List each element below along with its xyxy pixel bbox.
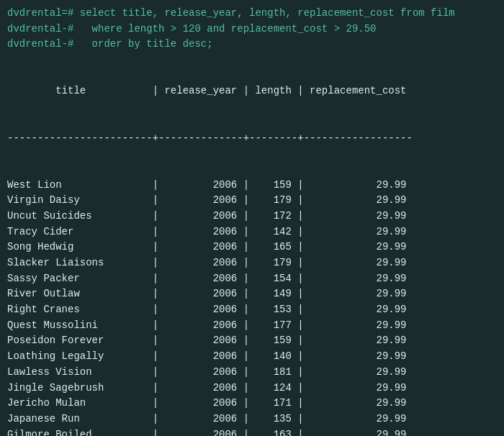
table-row: Right Cranes | 2006 | 153 | 29.99 [7,302,497,318]
table-row: Song Hedwig | 2006 | 165 | 29.99 [7,240,497,255]
table-divider: ------------------------+--------------+… [7,131,497,147]
table-rows: West Lion | 2006 | 159 | 29.99Virgin Dai… [7,178,497,436]
table-row: Jingle Sagebrush | 2006 | 124 | 29.99 [7,381,497,396]
table-row: River Outlaw | 2006 | 149 | 29.99 [7,286,497,302]
table-row: Poseidon Forever | 2006 | 159 | 29.99 [7,333,497,349]
table-row: Gilmore Boiled | 2006 | 163 | 29.99 [7,427,497,436]
table-row: West Lion | 2006 | 159 | 29.99 [7,178,497,194]
table-row: Quest Mussolini | 2006 | 177 | 29.99 [7,318,497,334]
table-row: Japanese Run | 2006 | 135 | 29.99 [7,412,497,427]
prompt-line-3: dvdrental-# order by title desc; [7,37,497,53]
table-row: Lawless Vision | 2006 | 181 | 29.99 [7,365,497,381]
terminal: dvdrental=# select title, release_year, … [7,6,497,436]
table-output: title | release_year | length | replacem… [7,53,497,436]
table-row: Tracy Cider | 2006 | 142 | 29.99 [7,224,497,240]
prompt-indicator-3: dvdrental-# order by title desc; [7,38,213,50]
table-row: Uncut Suicides | 2006 | 172 | 29.99 [7,209,497,224]
prompt-indicator-1: dvdrental=# select title, release_year, … [7,7,455,19]
table-row: Sassy Packer | 2006 | 154 | 29.99 [7,271,497,287]
table-row: Loathing Legally | 2006 | 140 | 29.99 [7,349,497,365]
table-row: Slacker Liaisons | 2006 | 179 | 29.99 [7,255,497,271]
prompt-line-2: dvdrental-# where length > 120 and repla… [7,22,497,37]
table-row: Jericho Mulan | 2006 | 171 | 29.99 [7,396,497,412]
prompt-line-1: dvdrental=# select title, release_year, … [7,6,497,22]
prompt-indicator-2: dvdrental-# where length > 120 and repla… [7,23,376,35]
table-header: title | release_year | length | replacem… [7,83,497,99]
table-row: Virgin Daisy | 2006 | 179 | 29.99 [7,193,497,209]
